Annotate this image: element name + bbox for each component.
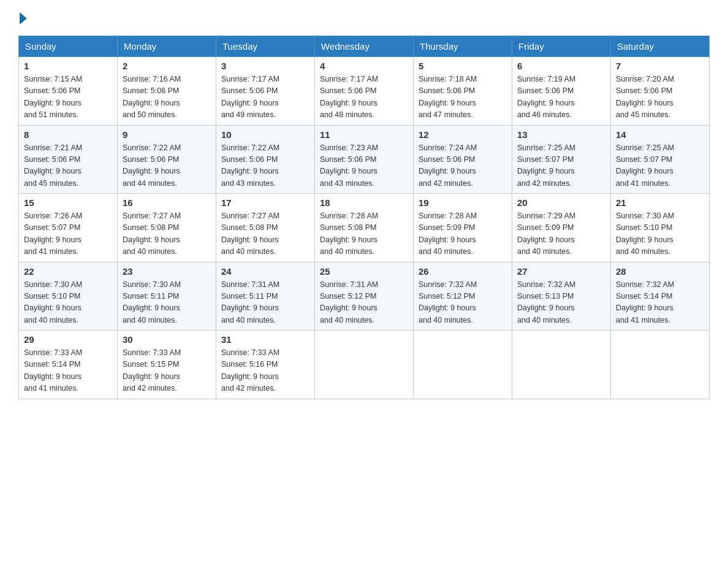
calendar-cell: 17 Sunrise: 7:27 AMSunset: 5:08 PMDaylig… [216,194,315,262]
day-number: 30 [123,334,211,345]
calendar-cell [315,331,414,399]
calendar-cell: 28 Sunrise: 7:32 AMSunset: 5:14 PMDaylig… [611,262,710,331]
day-number: 24 [221,266,309,277]
calendar-cell: 5 Sunrise: 7:18 AMSunset: 5:06 PMDayligh… [414,57,512,126]
logo [18,12,28,25]
day-info: Sunrise: 7:25 AMSunset: 5:07 PMDaylight:… [517,142,605,190]
calendar-cell: 20 Sunrise: 7:29 AMSunset: 5:09 PMDaylig… [512,194,611,262]
calendar-cell: 27 Sunrise: 7:32 AMSunset: 5:13 PMDaylig… [512,262,611,331]
day-info: Sunrise: 7:33 AMSunset: 5:14 PMDaylight:… [24,347,112,395]
calendar-table: SundayMondayTuesdayWednesdayThursdayFrid… [18,36,710,399]
calendar-cell: 1 Sunrise: 7:15 AMSunset: 5:06 PMDayligh… [19,57,118,126]
calendar-cell: 22 Sunrise: 7:30 AMSunset: 5:10 PMDaylig… [19,262,118,331]
day-info: Sunrise: 7:17 AMSunset: 5:06 PMDaylight:… [221,74,309,121]
calendar-cell: 12 Sunrise: 7:24 AMSunset: 5:06 PMDaylig… [414,125,512,194]
day-info: Sunrise: 7:18 AMSunset: 5:06 PMDaylight:… [419,74,507,121]
day-info: Sunrise: 7:31 AMSunset: 5:12 PMDaylight:… [320,279,408,327]
day-number: 11 [320,129,408,140]
day-number: 27 [517,266,605,277]
calendar-cell: 30 Sunrise: 7:33 AMSunset: 5:15 PMDaylig… [118,331,216,399]
day-number: 26 [419,266,507,277]
calendar-header-row: SundayMondayTuesdayWednesdayThursdayFrid… [19,36,710,57]
day-number: 12 [419,129,507,140]
day-info: Sunrise: 7:32 AMSunset: 5:14 PMDaylight:… [616,279,704,327]
calendar-cell: 10 Sunrise: 7:22 AMSunset: 5:06 PMDaylig… [216,125,315,194]
day-info: Sunrise: 7:16 AMSunset: 5:06 PMDaylight:… [123,74,211,121]
calendar-cell: 24 Sunrise: 7:31 AMSunset: 5:11 PMDaylig… [216,262,315,331]
column-header-monday: Monday [118,36,216,57]
calendar-cell: 6 Sunrise: 7:19 AMSunset: 5:06 PMDayligh… [512,57,611,126]
column-header-wednesday: Wednesday [315,36,414,57]
day-info: Sunrise: 7:29 AMSunset: 5:09 PMDaylight:… [517,210,605,258]
calendar-week-row: 29 Sunrise: 7:33 AMSunset: 5:14 PMDaylig… [19,331,710,399]
day-number: 10 [221,129,309,140]
day-number: 31 [221,334,309,345]
day-info: Sunrise: 7:27 AMSunset: 5:08 PMDaylight:… [123,210,211,258]
day-number: 9 [123,129,211,140]
day-number: 25 [320,266,408,277]
calendar-cell: 14 Sunrise: 7:25 AMSunset: 5:07 PMDaylig… [611,125,710,194]
calendar-week-row: 22 Sunrise: 7:30 AMSunset: 5:10 PMDaylig… [19,262,710,331]
day-number: 4 [320,61,408,71]
day-info: Sunrise: 7:23 AMSunset: 5:06 PMDaylight:… [320,142,408,190]
column-header-friday: Friday [512,36,611,57]
calendar-cell: 23 Sunrise: 7:30 AMSunset: 5:11 PMDaylig… [118,262,216,331]
calendar-cell: 9 Sunrise: 7:22 AMSunset: 5:06 PMDayligh… [118,125,216,194]
calendar-cell: 25 Sunrise: 7:31 AMSunset: 5:12 PMDaylig… [315,262,414,331]
day-info: Sunrise: 7:31 AMSunset: 5:11 PMDaylight:… [221,279,309,327]
day-number: 19 [419,197,507,208]
day-number: 14 [616,129,704,140]
calendar-week-row: 1 Sunrise: 7:15 AMSunset: 5:06 PMDayligh… [19,57,710,126]
day-number: 3 [221,61,309,71]
calendar-cell [611,331,710,399]
day-info: Sunrise: 7:33 AMSunset: 5:16 PMDaylight:… [221,347,309,395]
calendar-cell: 29 Sunrise: 7:33 AMSunset: 5:14 PMDaylig… [19,331,118,399]
day-number: 6 [517,61,605,71]
column-header-tuesday: Tuesday [216,36,315,57]
calendar-week-row: 8 Sunrise: 7:21 AMSunset: 5:06 PMDayligh… [19,125,710,194]
logo-arrow-icon [20,12,27,25]
page-header [18,12,710,25]
day-info: Sunrise: 7:32 AMSunset: 5:12 PMDaylight:… [419,279,507,327]
column-header-sunday: Sunday [19,36,118,57]
day-number: 18 [320,197,408,208]
day-info: Sunrise: 7:28 AMSunset: 5:08 PMDaylight:… [320,210,408,258]
calendar-cell: 4 Sunrise: 7:17 AMSunset: 5:06 PMDayligh… [315,57,414,126]
day-number: 21 [616,197,704,208]
day-number: 8 [24,129,112,140]
calendar-cell [512,331,611,399]
day-number: 1 [24,61,112,71]
day-info: Sunrise: 7:17 AMSunset: 5:06 PMDaylight:… [320,74,408,121]
day-info: Sunrise: 7:26 AMSunset: 5:07 PMDaylight:… [24,210,112,258]
calendar-cell: 13 Sunrise: 7:25 AMSunset: 5:07 PMDaylig… [512,125,611,194]
day-number: 23 [123,266,211,277]
day-info: Sunrise: 7:24 AMSunset: 5:06 PMDaylight:… [419,142,507,190]
day-number: 17 [221,197,309,208]
day-number: 20 [517,197,605,208]
day-number: 5 [419,61,507,71]
calendar-cell: 16 Sunrise: 7:27 AMSunset: 5:08 PMDaylig… [118,194,216,262]
calendar-cell: 21 Sunrise: 7:30 AMSunset: 5:10 PMDaylig… [611,194,710,262]
day-number: 13 [517,129,605,140]
calendar-cell: 18 Sunrise: 7:28 AMSunset: 5:08 PMDaylig… [315,194,414,262]
day-number: 2 [123,61,211,71]
calendar-week-row: 15 Sunrise: 7:26 AMSunset: 5:07 PMDaylig… [19,194,710,262]
day-info: Sunrise: 7:27 AMSunset: 5:08 PMDaylight:… [221,210,309,258]
day-info: Sunrise: 7:28 AMSunset: 5:09 PMDaylight:… [419,210,507,258]
day-info: Sunrise: 7:30 AMSunset: 5:10 PMDaylight:… [616,210,704,258]
day-info: Sunrise: 7:20 AMSunset: 5:06 PMDaylight:… [616,74,704,121]
day-info: Sunrise: 7:25 AMSunset: 5:07 PMDaylight:… [616,142,704,190]
day-number: 15 [24,197,112,208]
day-info: Sunrise: 7:21 AMSunset: 5:06 PMDaylight:… [24,142,112,190]
calendar-cell: 7 Sunrise: 7:20 AMSunset: 5:06 PMDayligh… [611,57,710,126]
day-number: 7 [616,61,704,71]
calendar-cell: 2 Sunrise: 7:16 AMSunset: 5:06 PMDayligh… [118,57,216,126]
day-number: 29 [24,334,112,345]
calendar-cell: 3 Sunrise: 7:17 AMSunset: 5:06 PMDayligh… [216,57,315,126]
day-info: Sunrise: 7:22 AMSunset: 5:06 PMDaylight:… [221,142,309,190]
day-number: 16 [123,197,211,208]
column-header-thursday: Thursday [414,36,512,57]
day-info: Sunrise: 7:15 AMSunset: 5:06 PMDaylight:… [24,74,112,121]
day-info: Sunrise: 7:30 AMSunset: 5:10 PMDaylight:… [24,279,112,327]
day-info: Sunrise: 7:30 AMSunset: 5:11 PMDaylight:… [123,279,211,327]
